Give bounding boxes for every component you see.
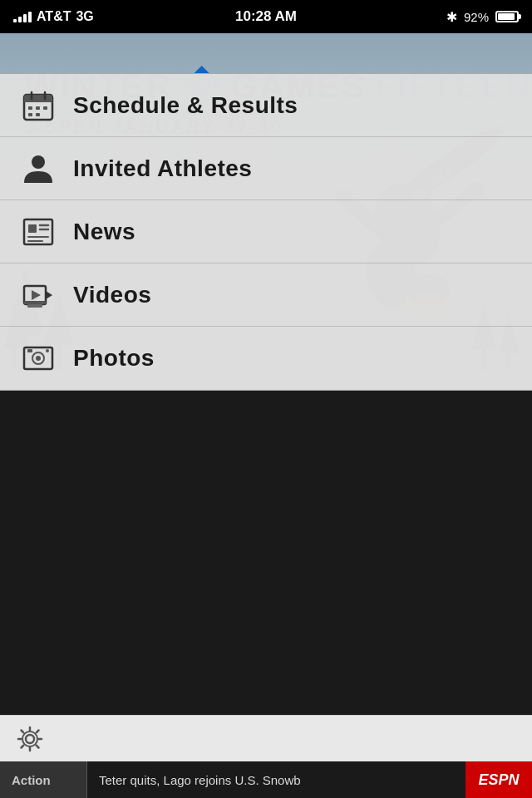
signal-bar-2 [18,17,22,22]
settings-bar [0,715,532,761]
hero-image: WINTER X GAMES FIFTEEN ASPEN JANUARY 27-… [0,33,532,391]
photos-label: Photos [73,345,155,372]
schedule-label: Schedule & Results [73,92,298,119]
menu-container: Schedule & Results Invited Athletes [0,73,532,391]
ticker-action-label: Action [0,761,87,798]
menu-item-photos[interactable]: Photos [0,327,532,390]
menu-item-news[interactable]: News [0,200,532,264]
signal-bar-3 [23,14,27,22]
status-bar: AT&T 3G 10:28 AM ✱ 92% [0,0,532,33]
svg-rect-71 [27,349,32,352]
svg-point-56 [32,155,45,169]
signal-bars [13,11,32,22]
svg-rect-52 [36,106,40,110]
main-menu: Schedule & Results Invited Athletes [0,73,532,391]
battery-container [495,11,519,22]
video-icon [20,277,57,313]
photo-icon [20,340,57,377]
bottom-bar: Action Teter quits, Lago rejoins U.S. Sn… [0,715,532,798]
carrier-label: AT&T [37,9,71,24]
bluetooth-icon: ✱ [446,9,457,25]
news-label: News [73,219,135,245]
battery-fill [498,13,515,20]
status-time: 10:28 AM [235,8,297,25]
signal-bar-1 [13,19,17,22]
battery-percent: 92% [464,10,489,24]
battery-icon [495,11,519,22]
espn-logo: ESPN [466,761,532,798]
news-icon [20,214,57,250]
network-type: 3G [76,9,93,24]
svg-point-73 [26,735,34,743]
svg-rect-64 [24,301,46,304]
menu-item-schedule[interactable]: Schedule & Results [0,74,532,137]
menu-item-videos[interactable]: Videos [0,264,532,327]
svg-point-70 [36,356,41,361]
svg-point-74 [22,732,37,746]
athletes-label: Invited Athletes [73,155,252,182]
status-right: ✱ 92% [446,9,519,25]
svg-rect-51 [28,106,32,110]
svg-rect-48 [24,101,52,102]
svg-marker-67 [32,290,41,300]
svg-point-72 [46,349,49,352]
settings-button[interactable] [17,726,43,752]
svg-rect-53 [43,106,47,110]
svg-rect-55 [36,113,40,116]
ticker-bar: Action Teter quits, Lago rejoins U.S. Sn… [0,761,532,798]
svg-rect-65 [27,304,42,308]
svg-rect-54 [28,113,32,116]
calendar-icon [20,87,57,124]
signal-bar-4 [28,12,32,22]
menu-item-athletes[interactable]: Invited Athletes [0,137,532,200]
ticker-text: Teter quits, Lago rejoins U.S. Snowb [87,773,466,787]
videos-label: Videos [73,282,151,308]
status-left: AT&T 3G [13,9,94,24]
person-icon [20,150,57,187]
svg-rect-58 [28,224,37,233]
svg-marker-66 [46,291,52,299]
